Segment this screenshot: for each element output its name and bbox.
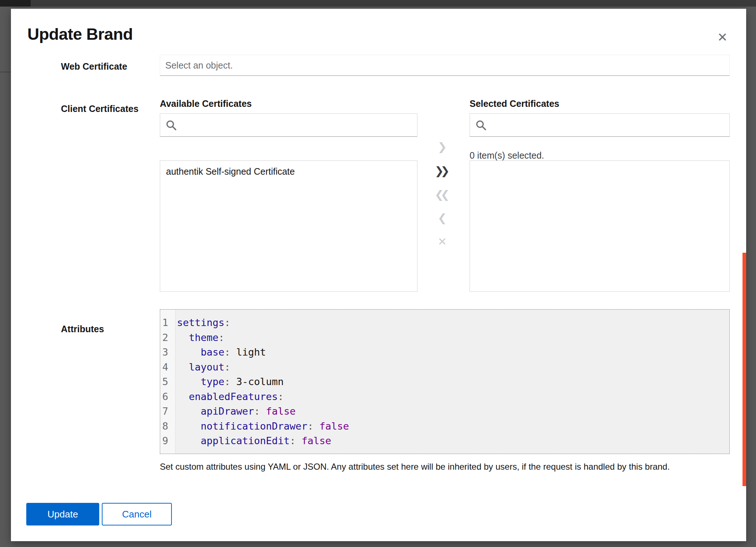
remove-selected-button[interactable]: ❮: [431, 210, 453, 226]
available-search-input[interactable]: [160, 113, 417, 137]
available-certificates-list[interactable]: authentik Self-signed Certificate: [160, 160, 417, 292]
modal-title: Update Brand: [27, 25, 133, 44]
add-selected-button[interactable]: ❯: [431, 139, 453, 155]
cancel-button[interactable]: Cancel: [102, 503, 172, 525]
clear-icon: ✕: [437, 235, 447, 248]
code-line: 3 base: light: [160, 345, 729, 360]
code-line: 5 type: 3-column: [160, 375, 729, 389]
client-certificates-label: Client Certificates: [61, 104, 139, 114]
accent-scroll-bar: [742, 253, 746, 486]
background-top-left-block: [0, 0, 31, 7]
add-all-button[interactable]: ❯❯: [431, 163, 453, 179]
code-line: 6 enabledFeatures:: [160, 389, 729, 404]
code-line: 4 layout:: [160, 360, 729, 375]
web-certificate-label: Web Certificate: [61, 61, 127, 72]
background-left-seam: [0, 71, 11, 73]
code-line: 1 settings:: [160, 315, 729, 330]
clear-selection-button[interactable]: ✕: [431, 234, 453, 250]
web-certificate-input[interactable]: [160, 55, 730, 76]
list-item[interactable]: authentik Self-signed Certificate: [160, 161, 417, 182]
close-icon: ✕: [717, 30, 728, 44]
selected-certificates-header: Selected Certificates: [470, 98, 559, 109]
chevron-left-icon: ❮: [437, 212, 447, 224]
selected-count-status: 0 item(s) selected.: [470, 150, 544, 161]
attributes-label: Attributes: [61, 324, 104, 334]
remove-all-button[interactable]: ❮❮: [431, 187, 453, 203]
code-line: 8 notificationDrawer: false: [160, 419, 729, 434]
available-certificates-header: Available Certificates: [160, 98, 252, 109]
selected-search-input[interactable]: [470, 113, 730, 137]
code-line: 9 applicationEdit: false: [160, 434, 729, 449]
attributes-code-editor[interactable]: 1 settings: 2 theme: 3 base: light 4 lay…: [160, 309, 730, 454]
double-chevron-left-icon: ❮❮: [435, 188, 446, 201]
selected-search: [470, 113, 730, 137]
available-search: [160, 113, 417, 137]
close-button[interactable]: ✕: [711, 26, 733, 48]
background-top-strip: [0, 0, 756, 7]
selected-certificates-list[interactable]: [470, 160, 730, 292]
attributes-help-text: Set custom attributes using YAML or JSON…: [160, 462, 730, 472]
chevron-right-icon: ❯: [437, 140, 447, 153]
update-button[interactable]: Update: [26, 503, 99, 525]
code-line: 2 theme:: [160, 330, 729, 345]
code-line: 7 apiDrawer: false: [160, 404, 729, 419]
update-brand-modal: Update Brand ✕ Web Certificate Client Ce…: [11, 9, 746, 541]
double-chevron-right-icon: ❯❯: [435, 164, 446, 177]
